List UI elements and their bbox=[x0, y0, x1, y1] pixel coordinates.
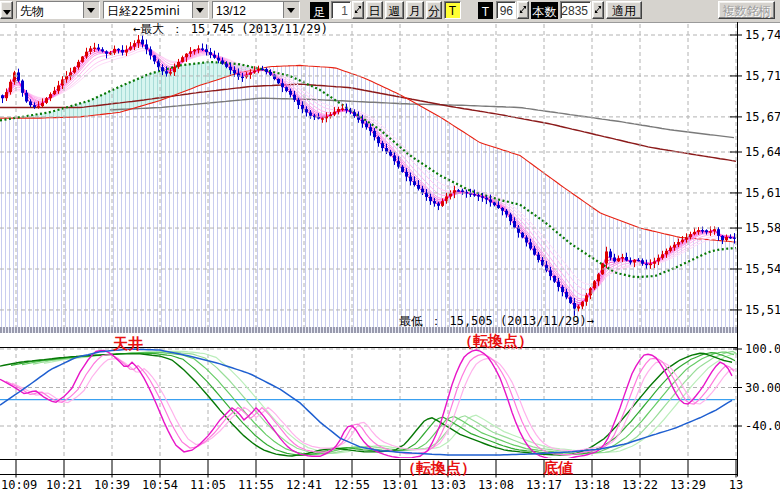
contract-month-combobox[interactable]: 13/12 bbox=[212, 1, 300, 19]
bar-tick-strip bbox=[0, 327, 737, 333]
svg-text:15,510: 15,510 bbox=[745, 303, 780, 317]
dropdown-arrow-icon bbox=[87, 8, 95, 13]
svg-text:13:18: 13:18 bbox=[574, 478, 610, 492]
min-annotation: 最低 ： 15,505 (2013/11/29)→ bbox=[399, 314, 594, 328]
svg-text:12:41: 12:41 bbox=[286, 478, 322, 492]
daily-button[interactable]: 日 bbox=[366, 1, 383, 19]
signal-annotation: 底値 bbox=[542, 459, 573, 477]
oscillator-panel bbox=[0, 349, 737, 459]
symbol-value: 日経225mini bbox=[104, 2, 192, 18]
left-dropdown-button[interactable] bbox=[0, 1, 13, 19]
price-panel bbox=[0, 35, 737, 330]
signal-annotation: （転換点） bbox=[458, 332, 533, 350]
symbol-combobox[interactable]: 日経225mini bbox=[103, 1, 209, 19]
contract-month-value: 13/12 bbox=[213, 2, 283, 18]
svg-text:13:29: 13:29 bbox=[670, 478, 706, 492]
svg-text:11:05: 11:05 bbox=[190, 478, 226, 492]
apply-button[interactable]: 適用 bbox=[606, 1, 642, 19]
bar-count-input[interactable]: 2835 bbox=[560, 1, 591, 19]
bar-type-label: 足 bbox=[310, 2, 329, 19]
svg-text:12:55: 12:55 bbox=[334, 478, 370, 492]
svg-text:15,610: 15,610 bbox=[745, 186, 780, 200]
interval-spin-button[interactable] bbox=[352, 1, 364, 19]
tick-button[interactable]: T bbox=[444, 1, 461, 19]
minute-button[interactable]: 分 bbox=[426, 1, 442, 19]
weekly-button[interactable]: 週 bbox=[385, 1, 404, 19]
spin-diagonal-icon bbox=[353, 2, 363, 16]
svg-text:10:21: 10:21 bbox=[46, 478, 82, 492]
contract-month-dropdown-button[interactable] bbox=[283, 2, 299, 18]
instrument-type-combobox[interactable]: 先物 bbox=[16, 1, 100, 19]
dropdown-arrow-icon bbox=[3, 10, 11, 15]
svg-text:13:08: 13:08 bbox=[478, 478, 514, 492]
svg-text:10:54: 10:54 bbox=[142, 478, 178, 492]
signal-annotation: （転換点） bbox=[401, 459, 476, 477]
symbol-dropdown-button[interactable] bbox=[192, 2, 208, 18]
rci-green-echo bbox=[11, 353, 735, 456]
visible-bars-spin-button[interactable] bbox=[517, 1, 529, 19]
spin-diagonal-icon bbox=[518, 2, 528, 16]
svg-text:13:01: 13:01 bbox=[382, 478, 418, 492]
dropdown-arrow-icon bbox=[196, 8, 204, 13]
dropdown-arrow-icon bbox=[287, 8, 295, 13]
rci-green-echo bbox=[44, 351, 736, 453]
bar-count-spin-button[interactable] bbox=[592, 1, 604, 19]
svg-text:11:55: 11:55 bbox=[238, 478, 274, 492]
chart-canvas: 15,74515,71015,67515,64515,61015,58015,5… bbox=[0, 22, 780, 500]
svg-text:10:39: 10:39 bbox=[94, 478, 130, 492]
svg-text:15,545: 15,545 bbox=[745, 262, 780, 276]
bar-count-label: 本数 bbox=[531, 2, 558, 19]
instrument-type-value: 先物 bbox=[17, 2, 83, 18]
svg-text:15,580: 15,580 bbox=[745, 221, 780, 235]
max-annotation: ←最大 ： 15,745 (2013/11/29) bbox=[133, 22, 328, 36]
svg-text:13: 13 bbox=[729, 478, 743, 492]
svg-text:100.00: 100.00 bbox=[745, 342, 780, 356]
svg-text:30.00: 30.00 bbox=[745, 381, 780, 395]
toolbar: 先物 日経225mini 13/12 足 1 日 週 月 分 T T 96 本数… bbox=[0, 0, 780, 23]
t-label: T bbox=[478, 2, 493, 19]
spin-diagonal-icon bbox=[593, 2, 603, 16]
rci-magenta-echo bbox=[6, 354, 734, 454]
svg-text:13:22: 13:22 bbox=[622, 478, 658, 492]
svg-text:15,675: 15,675 bbox=[745, 110, 780, 124]
rci-magenta-line bbox=[0, 350, 732, 459]
monthly-button[interactable]: 月 bbox=[406, 1, 424, 19]
svg-text:15,745: 15,745 bbox=[745, 28, 780, 42]
multi-symbol-button[interactable]: 複数銘柄 bbox=[718, 1, 775, 19]
chart-application-window: 先物 日経225mini 13/12 足 1 日 週 月 分 T T 96 本数… bbox=[0, 0, 780, 500]
svg-text:13:03: 13:03 bbox=[430, 478, 466, 492]
interval-input[interactable]: 1 bbox=[331, 1, 351, 19]
visible-bars-input[interactable]: 96 bbox=[496, 1, 516, 19]
svg-text:13:17: 13:17 bbox=[526, 478, 562, 492]
svg-text:-40.00: -40.00 bbox=[745, 419, 780, 433]
instrument-type-dropdown-button[interactable] bbox=[83, 2, 99, 18]
svg-text:10:09: 10:09 bbox=[1, 478, 37, 492]
svg-text:15,710: 15,710 bbox=[745, 69, 780, 83]
svg-text:15,645: 15,645 bbox=[745, 145, 780, 159]
signal-annotation: 天井 bbox=[112, 335, 143, 353]
